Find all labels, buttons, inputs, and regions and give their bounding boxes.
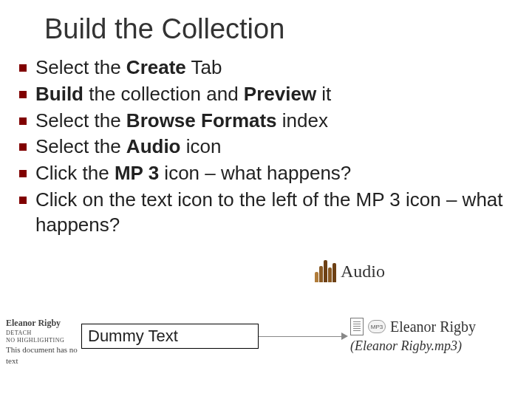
- list-item: Select the Browse Formats index: [19, 109, 514, 134]
- snippet-line: NO HIGHLIGHTING: [6, 337, 80, 344]
- mp3-icon: MP3: [368, 320, 386, 333]
- list-item: Click the MP 3 icon – what happens?: [19, 161, 514, 186]
- bullet-icon: [19, 170, 27, 177]
- bullet-text: Select the Create Tab: [35, 55, 222, 81]
- list-item: Build the collection and Preview it: [19, 82, 514, 107]
- file-entry: MP3 Eleanor Rigby (Eleanor Rigby.mp3): [350, 318, 476, 354]
- bullet-text: Click on the text icon to the left of th…: [35, 188, 514, 238]
- bullet-text: Select the Audio icon: [35, 134, 221, 160]
- audio-bars-icon: [315, 260, 336, 282]
- audio-indicator: Audio: [315, 260, 385, 282]
- arrow-line: [259, 336, 344, 337]
- bullet-text: Build the collection and Preview it: [35, 82, 331, 107]
- list-item: Select the Audio icon: [19, 134, 514, 160]
- snippet-line: DETACH: [6, 330, 80, 337]
- snippet-title: Eleanor Rigby: [6, 318, 80, 330]
- file-subtitle: (Eleanor Rigby.mp3): [350, 338, 476, 354]
- file-name-label: Eleanor Rigby: [390, 318, 476, 335]
- text-document-icon: [350, 318, 364, 335]
- bullet-icon: [19, 117, 27, 125]
- bullet-list: Select the Create Tab Build the collecti…: [0, 55, 532, 238]
- list-item: Click on the text icon to the left of th…: [19, 188, 514, 238]
- dummy-text-box: Dummy Text: [81, 324, 259, 349]
- slide-title: Build the Collection: [0, 0, 532, 55]
- bullet-text: Click the MP 3 icon – what happens?: [35, 161, 351, 186]
- snippet-line: This document has no text: [6, 344, 80, 366]
- bullet-icon: [19, 197, 27, 204]
- list-item: Select the Create Tab: [19, 55, 514, 81]
- bullet-text: Select the Browse Formats index: [35, 109, 328, 134]
- bullet-icon: [19, 64, 27, 72]
- bullet-icon: [19, 91, 27, 98]
- document-preview-snippet: Eleanor Rigby DETACH NO HIGHLIGHTING Thi…: [6, 318, 80, 366]
- bullet-icon: [19, 143, 27, 151]
- audio-label: Audio: [341, 262, 385, 282]
- arrow-head-icon: [341, 332, 348, 340]
